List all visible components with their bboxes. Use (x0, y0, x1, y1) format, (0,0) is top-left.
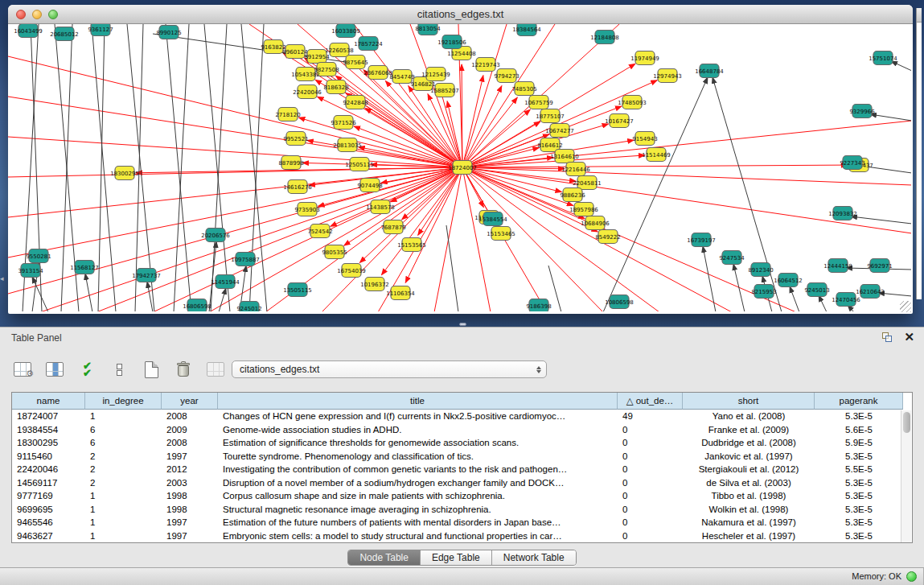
background-window-titlebar (917, 8, 922, 23)
graph-edge (462, 167, 573, 205)
graph-edge (603, 77, 708, 311)
table-cell: 5.9E-5 (815, 436, 903, 450)
graph-node-label: 9186398 (526, 303, 551, 310)
minimize-window-button[interactable] (32, 10, 42, 19)
graph-node-label: 12219743 (471, 62, 500, 68)
new-column-icon[interactable] (140, 359, 162, 380)
graph-node-label: 8454749 (389, 74, 414, 80)
table-cell: 1 (85, 503, 162, 517)
table-panel: Table Panel ✕ ⚙ ✔✔ f(x) citations_edges.… (0, 327, 924, 567)
graph-node-label: 11974949 (630, 56, 659, 62)
table-cell: 18724007 (12, 410, 85, 423)
table-mode-icon[interactable]: ⚙ (11, 359, 34, 380)
graph-node-label: 10675759 (524, 100, 553, 106)
graph-node-label: 16806598 (183, 303, 211, 310)
graph-edge (891, 61, 911, 71)
scrollbar-thumb[interactable] (903, 412, 910, 433)
graph-node-label: 22045811 (573, 180, 602, 187)
table-row[interactable]: 1872400712008Changes of HCN gene express… (12, 410, 912, 423)
network-window-titlebar[interactable]: citations_edges.txt (8, 5, 913, 24)
graph-node-label: 9227343 (840, 160, 864, 167)
column-header-1[interactable]: in_degree (85, 393, 162, 410)
gear-icon: ⚙ (26, 369, 34, 379)
delete-column-icon[interactable] (172, 359, 195, 380)
graph-node-label: 9886236 (560, 192, 585, 199)
table-cell: 0 (618, 450, 683, 463)
graph-edge (703, 246, 716, 311)
table-row[interactable]: 2242004622012Investigating the contribut… (12, 463, 912, 476)
graph-node-label: 3913154 (18, 268, 43, 274)
column-header-4[interactable]: △ out_de… (618, 393, 683, 410)
graph-node-label: 18775107 (536, 113, 565, 120)
table-row[interactable]: 946362711997Embryonic stem cells: a mode… (12, 529, 912, 543)
clear-selection-icon[interactable] (108, 359, 130, 380)
close-window-button[interactable] (16, 10, 26, 19)
table-cell: Structural magnetic resonance image aver… (218, 503, 618, 517)
zoom-window-button[interactable] (48, 10, 58, 19)
graph-node-label: 7485305 (511, 86, 536, 93)
graph-node-label: 9329966 (849, 109, 875, 115)
table-row[interactable]: 969969511998Structural magnetic resonanc… (12, 503, 912, 517)
close-panel-icon[interactable]: ✕ (904, 332, 914, 343)
column-header-0[interactable]: name (12, 393, 85, 410)
tab-edge-table[interactable]: Edge Table (420, 550, 491, 565)
tab-network-table[interactable]: Network Table (491, 550, 576, 565)
table-row[interactable]: 1830029562008Estimation of significance … (12, 436, 912, 450)
table-cell: Investigating the contribution of common… (218, 463, 618, 476)
graph-node-label: 8990125 (156, 30, 181, 36)
graph-edge (870, 114, 911, 121)
graph-node-label: 15885207 (430, 88, 459, 94)
graph-node-label: 12093832 (828, 211, 857, 217)
graph-node-label: 17942737 (132, 273, 161, 279)
table-scrollbar[interactable] (901, 410, 911, 542)
graph-node-label: 20813035 (333, 142, 362, 149)
graph-node-label: 9146821 (410, 81, 435, 88)
show-columns-icon[interactable] (43, 359, 66, 380)
graph-node-label: 11106354 (386, 290, 415, 297)
graph-edge (446, 225, 458, 311)
graph-edge (462, 167, 911, 233)
graph-edge (462, 167, 491, 311)
table-cell: 0 (618, 489, 683, 503)
network-view-window: citations_edges.txt 18724007916382289601… (8, 5, 913, 314)
table-row[interactable]: 911546021997Tourette syndrome. Phenomeno… (12, 450, 912, 463)
status-bar: Memory: OK (0, 567, 924, 585)
graph-edge (166, 24, 191, 311)
table-cell: 1 (85, 489, 162, 503)
column-header-6[interactable]: pagerank (815, 393, 903, 410)
table-cell: 19384554 (12, 423, 85, 437)
table-row[interactable]: 1938455462009Genome-wide association stu… (12, 423, 912, 437)
graph-edge (219, 288, 226, 311)
graph-edge (462, 165, 848, 167)
graph-node-label: 12184808 (590, 35, 619, 41)
float-panel-icon[interactable] (881, 332, 893, 343)
graph-node-label: 9735903 (294, 207, 319, 213)
graph-node-label: 17485093 (618, 100, 647, 106)
table-cell: 2012 (162, 463, 218, 476)
sidebar-collapse-arrow[interactable]: ◂ (0, 275, 4, 282)
column-header-3[interactable]: title (218, 393, 618, 410)
table-row[interactable]: 977716911998Corpus callosum shape and si… (12, 489, 912, 503)
window-resize-grip[interactable] (900, 301, 911, 312)
graph-node-label: 12125439 (421, 72, 450, 78)
table-cell: Stergiakouli et al. (2012) (683, 463, 815, 476)
table-cell: Changes of HCN gene expression and I(f) … (218, 410, 618, 423)
graph-node-label: 8549222 (595, 234, 620, 241)
tab-node-table[interactable]: Node Table (348, 550, 420, 565)
column-header-2[interactable]: year (162, 393, 218, 410)
graph-node-label: 20206576 (201, 233, 230, 239)
table-cell: 9699695 (12, 503, 85, 517)
table-cell: Hescheler et al. (1997) (683, 529, 815, 543)
table-selector-dropdown[interactable]: citations_edges.txt (232, 360, 547, 378)
table-row[interactable]: 946554611997Estimation of the future num… (12, 516, 912, 529)
table-cell: Tourette syndrome. Phenomenology and cla… (218, 450, 618, 463)
table-cell: 1998 (162, 489, 218, 503)
column-header-5[interactable]: short (683, 393, 815, 410)
table-cell: 5.3E-5 (815, 516, 903, 529)
graph-node-label: 8912340 (748, 267, 773, 274)
table-cell: 6 (85, 436, 162, 450)
table-row[interactable]: 1456911722003Disruption of a novel membe… (12, 476, 912, 490)
table-selector-value: citations_edges.txt (232, 364, 532, 375)
network-canvas[interactable]: 1872400791638228960124891295412260538982… (8, 24, 911, 311)
select-all-icon[interactable]: ✔✔ (76, 359, 98, 380)
